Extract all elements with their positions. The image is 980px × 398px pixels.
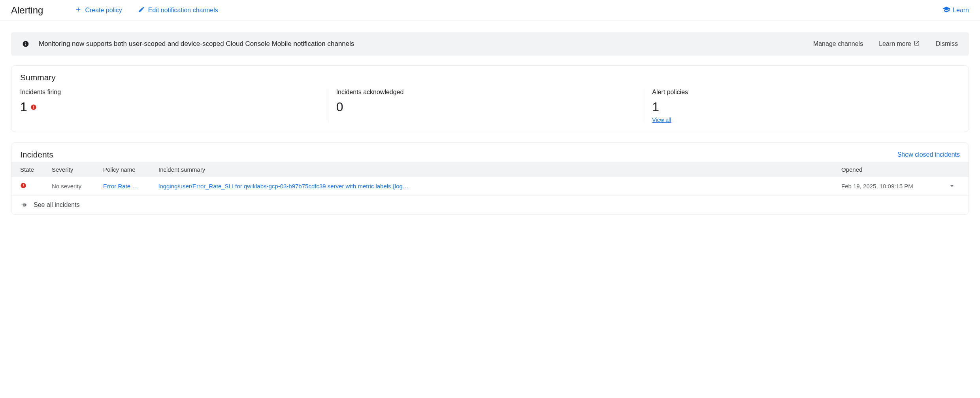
opened-cell: Feb 19, 2025, 10:09:15 PM	[841, 183, 944, 190]
arrow-right-icon	[20, 201, 28, 209]
state-cell	[20, 182, 52, 190]
header-bar: Alerting Create policy Edit notification…	[0, 0, 980, 21]
header-actions: Create policy Edit notification channels	[75, 6, 218, 15]
col-policy: Policy name	[103, 166, 158, 173]
create-policy-label: Create policy	[85, 7, 122, 14]
severity-cell: No severity	[52, 183, 103, 190]
page-title: Alerting	[11, 5, 43, 16]
alert-icon	[30, 104, 37, 110]
plus-icon	[75, 6, 82, 15]
pencil-icon	[138, 6, 145, 15]
col-state: State	[20, 166, 52, 173]
summary-firing: Incidents firing 1	[20, 89, 328, 123]
banner-message: Monitoring now supports both user-scoped…	[39, 40, 354, 48]
incidents-title: Incidents	[20, 150, 53, 159]
col-opened: Opened	[841, 166, 944, 173]
firing-value-wrap: 1	[20, 100, 320, 114]
summary-acknowledged: Incidents acknowledged 0	[328, 89, 645, 123]
banner-message-wrap: Monitoring now supports both user-scoped…	[22, 40, 802, 48]
info-icon	[22, 40, 29, 47]
summary-title: Summary	[20, 73, 56, 82]
learn-more-label: Learn more	[879, 40, 911, 47]
col-summary: Incident summary	[158, 166, 841, 173]
summary-header: Summary	[11, 66, 969, 85]
view-all-link[interactable]: View all	[652, 117, 671, 123]
incident-summary-link[interactable]: logging/user/Error_Rate_SLI for qwiklabs…	[158, 183, 829, 190]
graduation-cap-icon	[942, 6, 950, 15]
table-row: No severity Error Rate … logging/user/Er…	[11, 177, 969, 195]
table-header: State Severity Policy name Incident summ…	[11, 162, 969, 177]
policy-link[interactable]: Error Rate …	[103, 183, 138, 190]
learn-label: Learn	[953, 7, 969, 14]
col-severity: Severity	[52, 166, 103, 173]
see-all-incidents-button[interactable]: See all incidents	[11, 195, 969, 214]
learn-more-button[interactable]: Learn more	[879, 40, 920, 48]
edit-channels-button[interactable]: Edit notification channels	[138, 6, 218, 15]
content: Monitoring now supports both user-scoped…	[0, 21, 980, 236]
create-policy-button[interactable]: Create policy	[75, 6, 122, 15]
incidents-table: State Severity Policy name Incident summ…	[11, 162, 969, 214]
ack-value: 0	[336, 100, 636, 114]
summary-grid: Incidents firing 1 Incidents acknowledge…	[11, 85, 969, 132]
ack-label: Incidents acknowledged	[336, 89, 636, 96]
summary-cell: logging/user/Error_Rate_SLI for qwiklabs…	[158, 183, 841, 190]
learn-button[interactable]: Learn	[942, 6, 969, 15]
summary-card: Summary Incidents firing 1 Incidents ack…	[11, 65, 969, 132]
incidents-header: Incidents Show closed incidents	[11, 143, 969, 162]
banner-actions: Manage channels Learn more Dismiss	[813, 40, 958, 48]
svg-rect-4	[23, 184, 23, 186]
svg-rect-1	[33, 106, 34, 108]
firing-label: Incidents firing	[20, 89, 320, 96]
incidents-card: Incidents Show closed incidents State Se…	[11, 142, 969, 215]
policy-cell: Error Rate …	[103, 183, 158, 190]
edit-channels-label: Edit notification channels	[148, 7, 218, 14]
firing-value: 1	[20, 100, 27, 114]
svg-rect-5	[23, 187, 23, 187]
policies-label: Alert policies	[652, 89, 952, 96]
show-closed-button[interactable]: Show closed incidents	[897, 151, 960, 158]
summary-policies: Alert policies 1 View all	[644, 89, 960, 123]
see-all-label: See all incidents	[34, 201, 80, 208]
col-expand	[944, 166, 960, 173]
expand-cell	[944, 181, 960, 191]
dismiss-button[interactable]: Dismiss	[936, 40, 958, 47]
alert-icon	[20, 183, 26, 190]
notification-banner: Monitoring now supports both user-scoped…	[11, 32, 969, 56]
svg-rect-2	[33, 108, 34, 108]
policies-value: 1	[652, 100, 952, 114]
chevron-down-icon[interactable]	[947, 181, 957, 191]
external-link-icon	[914, 40, 920, 48]
manage-channels-button[interactable]: Manage channels	[813, 40, 863, 47]
